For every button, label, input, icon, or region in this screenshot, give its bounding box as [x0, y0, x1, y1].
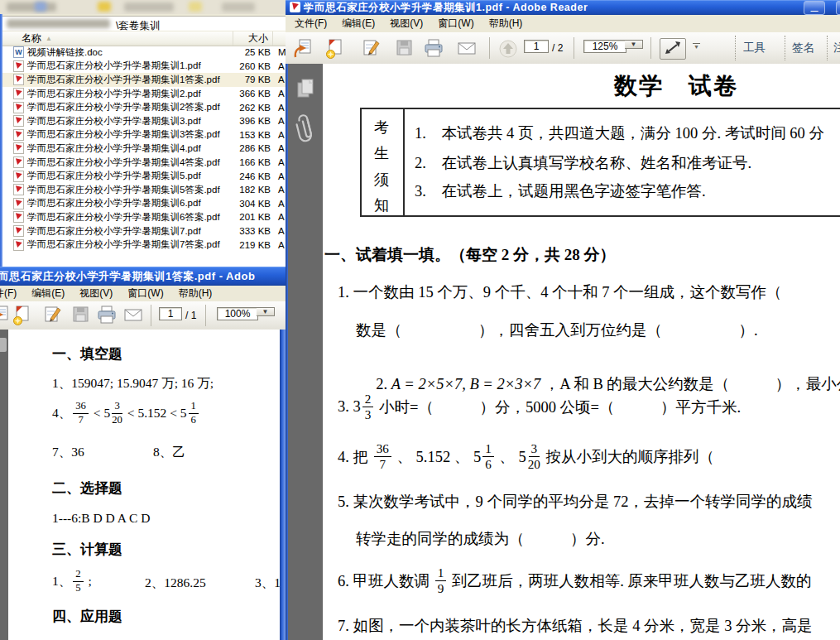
file-type-partial: A — [271, 240, 286, 250]
file-size: 366 KB — [221, 89, 271, 99]
menu-item[interactable]: 编辑(E) — [334, 15, 382, 32]
reader-menubar: 文件(F)编辑(E)视图(V)窗口(W)帮助(H) — [286, 15, 840, 33]
file-type-partial: A — [271, 130, 286, 140]
toolbar-overflow-button[interactable]: ▼ — [693, 43, 700, 50]
reader-document-area[interactable]: 数学 试卷 考 生 须 知 1. 本试卷共 4 页，共四道大题，满分 100 分… — [286, 64, 840, 640]
zoom-level-input[interactable]: 100% — [217, 307, 258, 320]
reader-titlebar[interactable]: 学而思石家庄分校小学升学暑期集训1.pdf - Adobe Reader — — [286, 0, 840, 15]
maximize-button-partial[interactable] — [836, 1, 840, 15]
file-row[interactable]: 学而思石家庄分校小学升学暑期集训5.pdf 246 KB A — [0, 169, 286, 183]
file-row[interactable]: W 视频讲解链接.doc 25 KB M — [0, 46, 286, 60]
menu-item[interactable]: 文件(F) — [287, 15, 334, 32]
file-row[interactable]: 学而思石家庄分校小学升学暑期集训1.pdf 260 KB A — [0, 60, 286, 74]
file-type-partial: A — [271, 75, 286, 84]
answer-choice: 1---6:B D D A C D — [52, 511, 150, 526]
zoom-dropdown-button[interactable]: ▼ — [625, 40, 643, 49]
notice-line-1: 1. 本试卷共 4 页，共四道大题，满分 100 分. 考试时间 60 分 — [415, 123, 824, 143]
menu-item[interactable]: 窗口(W) — [120, 286, 170, 302]
save-icon[interactable] — [70, 304, 91, 327]
menu-item[interactable]: 编辑(E) — [24, 286, 72, 302]
file-row[interactable]: 学而思石家庄分校小学升学暑期集训7.pdf 333 KB A — [0, 224, 286, 238]
file-icon — [13, 88, 24, 99]
file-row[interactable]: 学而思石家庄分校小学升学暑期集训4.pdf 286 KB A — [0, 142, 286, 156]
answer-calc-1: 1、 25 ; — [52, 563, 92, 599]
answer-page[interactable]: 一、填空题 1、159047; 15.9047 万; 16 万; 4、 367 … — [8, 330, 280, 640]
file-type-partial: A — [271, 143, 286, 153]
menu-item[interactable]: 帮助(H) — [171, 286, 220, 302]
menu-item[interactable]: 窗口(W) — [430, 15, 481, 32]
sign-panel-button[interactable]: 签名 — [792, 41, 814, 55]
file-row[interactable]: 学而思石家庄分校小学升学暑期集训3答案.pdf 153 KB A — [0, 128, 286, 142]
file-type-partial: A — [271, 157, 286, 167]
create-pdf-icon[interactable] — [324, 37, 345, 60]
answer-calc-2: 2、1286.25 — [145, 575, 206, 592]
previous-page-icon[interactable] — [497, 37, 519, 60]
open-file-icon[interactable] — [292, 37, 314, 60]
print-icon[interactable] — [96, 304, 118, 327]
menu-item[interactable]: 文件(F) — [0, 286, 24, 302]
page-total: / 1 — [185, 310, 196, 321]
fit-page-button[interactable] — [660, 38, 686, 60]
address-field[interactable]: \套卷集训 — [0, 16, 286, 31]
menu-item[interactable]: 视图(V) — [72, 286, 120, 302]
question-5b: 转学走的同学的成绩为（ ）分. — [356, 528, 605, 549]
save-icon[interactable] — [393, 37, 415, 60]
open-file-icon[interactable] — [0, 304, 11, 327]
file-type-partial: A — [271, 171, 286, 181]
page-number-input[interactable]: 1 — [524, 40, 549, 53]
answer-document-area[interactable]: 一、填空题 1、159047; 15.9047 万; 16 万; 4、 367 … — [0, 330, 286, 640]
tools-panel-button[interactable]: 工具 — [743, 41, 766, 55]
email-icon[interactable] — [122, 304, 144, 327]
question-1a: 1. 一个数由 15 个万、9 个千、4 个十和 7 个一组成，这个数写作（ — [338, 282, 782, 302]
answer-window-titlebar[interactable]: 学而思石家庄分校小学升学暑期集训1答案.pdf - Adob — [0, 267, 286, 286]
page-total: / 2 — [552, 42, 563, 54]
file-size: 260 KB — [221, 61, 271, 71]
zoom-dropdown-button[interactable]: ▼ — [257, 307, 275, 316]
file-row[interactable]: 学而思石家庄分校小学升学暑期集训6.pdf 304 KB A — [0, 197, 286, 211]
create-pdf-icon[interactable] — [11, 304, 32, 327]
page-thumbnails-icon[interactable] — [295, 77, 315, 103]
file-type-partial: A — [271, 116, 286, 126]
file-row[interactable]: 学而思石家庄分校小学升学暑期集训6答案.pdf 201 KB A — [0, 210, 286, 224]
column-header-size[interactable]: 大小 — [233, 31, 273, 46]
file-row[interactable]: 学而思石家庄分校小学升学暑期集训5答案.pdf 182 KB A — [0, 183, 286, 197]
desktop: \套卷集训 名称▲ 大小 W 视频讲解链接.doc 25 KB M 学而思石家庄… — [0, 0, 840, 640]
sort-ascending-icon: ▲ — [46, 35, 52, 42]
file-name: 学而思石家庄分校小学升学暑期集训5.pdf — [27, 170, 221, 182]
file-row[interactable]: 学而思石家庄分校小学升学暑期集训3.pdf 396 KB A — [0, 114, 286, 128]
list-column-headers: 名称▲ 大小 — [0, 31, 286, 46]
file-type-partial: A — [271, 61, 286, 71]
file-row[interactable]: 学而思石家庄分校小学升学暑期集训4答案.pdf 166 KB A — [0, 156, 286, 170]
file-icon — [13, 156, 24, 168]
column-header-name[interactable]: 名称▲ — [0, 31, 233, 46]
nav-pane-icon-partial[interactable] — [0, 338, 7, 352]
file-list[interactable]: W 视频讲解链接.doc 25 KB M 学而思石家庄分校小学升学暑期集训1.p… — [0, 46, 286, 252]
file-row[interactable]: 学而思石家庄分校小学升学暑期集训7答案.pdf 219 KB A — [0, 238, 286, 252]
file-size: 246 KB — [221, 171, 271, 181]
file-name: 学而思石家庄分校小学升学暑期集训6答案.pdf — [27, 211, 221, 224]
file-name: 学而思石家庄分校小学升学暑期集训3.pdf — [27, 115, 221, 128]
answer-window-toolbar: 1 / 1 100% ▼ — [0, 301, 286, 330]
file-icon — [13, 74, 24, 85]
file-size: 182 KB — [221, 185, 271, 195]
answer-window-right-border — [280, 330, 286, 640]
zoom-level-input[interactable]: 125% — [583, 40, 626, 53]
print-icon[interactable] — [423, 37, 444, 60]
fill-sign-icon[interactable] — [41, 304, 63, 327]
file-row[interactable]: 学而思石家庄分校小学升学暑期集训2.pdf 366 KB A — [0, 87, 286, 101]
menu-item[interactable]: 视图(V) — [382, 15, 430, 32]
file-row[interactable]: 学而思石家庄分校小学升学暑期集训1答案.pdf 79 KB A — [0, 73, 286, 87]
address-bar[interactable]: \套卷集训 — [0, 14, 286, 31]
menu-item[interactable]: 帮助(H) — [482, 15, 530, 32]
minimize-button[interactable]: — — [804, 1, 825, 15]
file-row[interactable]: 学而思石家庄分校小学升学暑期集训2答案.pdf 262 KB A — [0, 100, 286, 114]
file-icon — [13, 142, 24, 154]
comment-panel-button-partial[interactable]: 注 — [833, 41, 840, 55]
attachments-icon[interactable] — [295, 112, 315, 149]
document-page[interactable]: 数学 试卷 考 生 须 知 1. 本试卷共 4 页，共四道大题，满分 100 分… — [323, 64, 840, 640]
file-type-partial: A — [271, 89, 286, 99]
page-number-input[interactable]: 1 — [159, 307, 182, 320]
file-type-partial: A — [271, 212, 286, 222]
fill-sign-icon[interactable] — [360, 37, 382, 60]
email-icon[interactable] — [456, 37, 478, 60]
